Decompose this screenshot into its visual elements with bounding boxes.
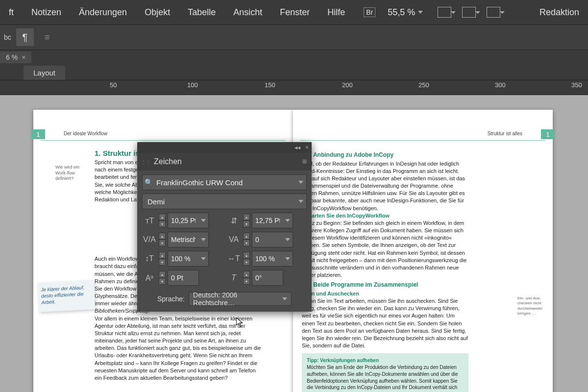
view-mode-tabs: Layout <box>0 65 588 80</box>
baseline-icon: Aᵃ <box>142 270 157 286</box>
language-value: Deutsch: 2006 Rechtschre… <box>193 291 278 307</box>
view-options-icon[interactable] <box>487 7 500 18</box>
workspace-switcher[interactable]: Redaktion <box>539 7 588 18</box>
menu-item[interactable]: ft <box>0 7 23 18</box>
arrange-icon[interactable] <box>462 7 476 18</box>
page-right: 1 Struktur ist alles 1.1. Anbindung zu A… <box>293 110 553 392</box>
close-icon[interactable]: × <box>22 53 25 61</box>
vscale-stepper[interactable]: ▴▾ <box>159 252 166 266</box>
body-text-right: 1.1. Anbindung zu Adobe InCopy Egal, ob … <box>302 149 468 392</box>
horizontal-ruler[interactable]: 50 100 150 200 250 300 350 <box>0 80 588 95</box>
chevron-down-icon <box>282 297 287 300</box>
running-header-right: Struktur ist alles <box>488 131 522 136</box>
skew-icon: T <box>226 270 241 286</box>
menu-item-ansicht[interactable]: Ansicht <box>224 7 271 18</box>
chevron-down-icon[interactable] <box>295 200 306 203</box>
menu-item-aenderungen[interactable]: Änderungen <box>70 7 136 18</box>
search-icon: 🔍 <box>143 178 154 186</box>
pilcrow-button[interactable]: ¶ <box>16 28 34 46</box>
language-label: Sprache: <box>157 295 185 303</box>
main-menubar: ft Notizen Änderungen Objekt Tabelle Ans… <box>0 0 588 24</box>
document-tab-label: 6 % <box>6 53 18 61</box>
panel-tab-row: ⋮⋮ Zeichen ≡ <box>137 153 312 171</box>
font-size-field[interactable] <box>168 213 209 228</box>
kerning-icon: V/A <box>142 232 157 247</box>
size-stepper[interactable]: ▴▾ <box>159 214 166 227</box>
menu-item-fenster[interactable]: Fenster <box>271 7 318 18</box>
vscale-icon: ↕T <box>142 251 157 267</box>
tracking-input[interactable] <box>252 236 283 244</box>
grip-icon[interactable]: ⋮⋮ <box>141 159 151 165</box>
language-dropdown[interactable]: Deutsch: 2006 Rechtschre… <box>189 292 292 306</box>
vscale-field[interactable] <box>168 251 209 267</box>
screen-mode-icon[interactable] <box>438 7 451 18</box>
close-icon[interactable]: × <box>305 144 309 151</box>
skew-stepper[interactable]: ▴▾ <box>243 271 250 285</box>
tab-layout[interactable]: Layout <box>24 66 65 80</box>
document-tab[interactable]: 6 % × <box>0 51 31 63</box>
baseline-stepper[interactable]: ▴▾ <box>159 271 166 285</box>
sticky-note: Je klarer der Ablauf, desto effizienter … <box>38 280 96 312</box>
baseline-input[interactable] <box>168 274 198 282</box>
leading-field[interactable] <box>252 213 293 228</box>
kerning-stepper[interactable]: ▴▾ <box>159 233 166 246</box>
skew-field[interactable] <box>252 270 283 286</box>
kerning-field[interactable] <box>168 232 209 247</box>
margin-question: Wie wird ein Work-flow definiert? <box>55 165 90 182</box>
ruler-mark: 150 <box>265 81 275 89</box>
menu-item-notizen[interactable]: Notizen <box>23 7 70 18</box>
ruler-mark: 250 <box>418 81 429 89</box>
hscale-field[interactable] <box>252 251 293 267</box>
abc-label: bc <box>4 33 11 41</box>
panel-menu-icon[interactable]: ≡ <box>302 157 307 166</box>
running-header-left: Der ideale Workflow <box>64 131 107 136</box>
ruler-mark: 50 <box>110 81 117 89</box>
zoom-value: 55,5 % <box>388 7 415 18</box>
leading-icon: ⇵ <box>226 213 241 228</box>
menu-item-objekt[interactable]: Objekt <box>136 7 179 18</box>
skew-input[interactable] <box>252 274 283 282</box>
tracking-icon: VA <box>226 232 241 247</box>
page-number-badge: 1 <box>31 129 45 139</box>
leading-input[interactable] <box>252 217 283 224</box>
tip-box: Tipp: Verknüpfungen aufheben Möchten Sie… <box>302 353 468 392</box>
ruler-mark: 200 <box>342 81 353 89</box>
bridge-button[interactable]: Br <box>364 7 375 17</box>
menu-item-hilfe[interactable]: Hilfe <box>318 7 354 18</box>
font-family-input[interactable] <box>154 178 295 187</box>
kerning-input[interactable] <box>168 236 198 244</box>
font-family-field[interactable]: 🔍 <box>142 174 307 190</box>
tracking-field[interactable] <box>252 232 293 247</box>
collapse-icon[interactable]: ◂◂ <box>294 144 300 151</box>
font-size-icon: ᴛT <box>142 213 157 228</box>
chevron-down-icon <box>418 11 423 14</box>
zoom-level-dropdown[interactable]: 55,5 % <box>388 7 423 18</box>
hscale-input[interactable] <box>252 255 283 263</box>
section-heading: 1. Struktur is <box>95 149 140 157</box>
baseline-field[interactable] <box>168 270 199 286</box>
chevron-down-icon[interactable] <box>295 181 306 184</box>
panel-title: Zeichen <box>154 157 182 166</box>
menu-item-tabelle[interactable]: Tabelle <box>179 7 224 18</box>
page-number-badge: 1 <box>541 129 555 139</box>
leading-stepper[interactable]: ▴▾ <box>243 214 250 227</box>
document-tabs: 6 % × <box>0 50 588 65</box>
paragraph-options-icon[interactable]: ≡ <box>45 32 50 43</box>
ruler-mark: 100 <box>187 81 198 89</box>
ruler-mark: 300 <box>495 81 506 89</box>
panel-titlebar[interactable]: ◂◂ × <box>137 142 312 153</box>
format-toolbar: bc ¶ ≡ <box>0 24 588 50</box>
ruler-mark: 350 <box>571 81 582 89</box>
tracking-stepper[interactable]: ▴▾ <box>243 233 250 246</box>
font-style-input[interactable] <box>143 197 295 206</box>
margin-caption-right: Ein- und Aus-checken nicht durcheinander… <box>517 296 547 317</box>
vscale-input[interactable] <box>168 255 198 263</box>
character-panel[interactable]: ◂◂ × ⋮⋮ Zeichen ≡ 🔍 ᴛT ▴▾ ⇵ ▴ <box>137 142 312 312</box>
font-style-field[interactable] <box>142 194 307 209</box>
hscale-icon: ↔T <box>226 251 241 267</box>
hscale-stepper[interactable]: ▴▾ <box>243 252 250 266</box>
font-size-input[interactable] <box>168 217 198 224</box>
